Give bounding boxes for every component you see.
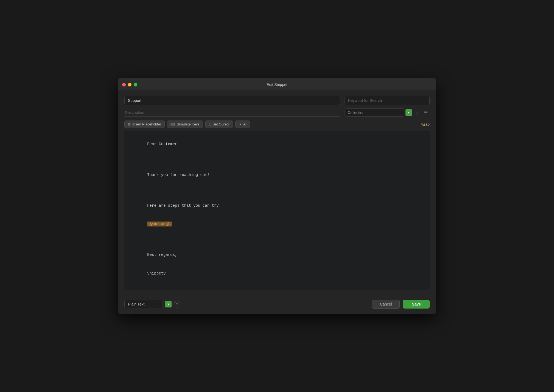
collection-dropdown-button[interactable]: ▾ (405, 109, 412, 116)
insert-placeholder-label: Insert Placeholder (132, 122, 161, 126)
cursor-icon: ⌶ (209, 122, 211, 126)
close-button[interactable] (122, 83, 126, 86)
simulate-keys-label: Simulate Keys (177, 122, 200, 126)
cursor-tag: {@cursor@} (147, 222, 172, 226)
help-button[interactable]: ? (174, 301, 180, 307)
list-icon-button[interactable]: ☰ (422, 109, 430, 116)
title-bar: Edit Snippet (118, 78, 436, 90)
set-cursor-button[interactable]: ⌶ Set Cursor (205, 121, 233, 128)
editor-line-8: Snippety (147, 271, 166, 276)
editor-line-1: Dear Customer, (147, 142, 180, 146)
toolbar: ⊡ Insert Placeholder ⌨ Simulate Keys ⌶ S… (124, 121, 430, 128)
traffic-lights (122, 83, 137, 86)
list-icon: ☰ (424, 110, 428, 115)
ai-icon: ✦ (239, 122, 242, 126)
save-label: Save (412, 302, 421, 306)
name-input[interactable] (124, 96, 340, 105)
editor-area[interactable]: Dear Customer, Thank you for reaching ou… (124, 131, 430, 290)
placeholder-icon: ⊡ (128, 122, 131, 126)
editor-line-3: Thank you for reaching out! (147, 173, 209, 177)
top-row (124, 96, 430, 105)
keyword-input[interactable] (345, 96, 430, 105)
second-row: ▾ ◇ ☰ (124, 108, 430, 117)
description-input[interactable] (124, 109, 340, 117)
collection-input[interactable] (345, 108, 404, 117)
cancel-button[interactable]: Cancel (372, 300, 400, 309)
set-cursor-label: Set Cursor (212, 122, 230, 126)
editor-content: Dear Customer, Thank you for reaching ou… (129, 135, 425, 282)
format-select[interactable]: Plain Text Rich Text Markdown (124, 300, 163, 308)
editor-line-7: Best regards, (147, 253, 177, 257)
collection-field-wrapper: ▾ ◇ ☰ (345, 108, 430, 117)
insert-placeholder-button[interactable]: ⊡ Insert Placeholder (124, 121, 165, 128)
tag-icon-button[interactable]: ◇ (413, 109, 421, 116)
wrap-button[interactable]: wrap (421, 122, 430, 127)
maximize-button[interactable] (134, 83, 137, 86)
format-dropdown-button[interactable]: ▾ (165, 301, 172, 307)
plain-text-row: Plain Text Rich Text Markdown ▾ ? (124, 300, 180, 308)
keyboard-icon: ⌨ (170, 122, 175, 126)
minimize-button[interactable] (128, 83, 131, 86)
cancel-label: Cancel (380, 302, 392, 306)
editor-line-5: Here are steps that you can try: (147, 203, 221, 208)
chevron-down-icon: ▾ (408, 111, 410, 114)
window-title: Edit Snippet (267, 82, 287, 87)
ai-label: AI (243, 122, 247, 126)
tag-icon: ◇ (415, 110, 419, 115)
bottom-bar: Plain Text Rich Text Markdown ▾ ? Cancel… (118, 295, 436, 314)
bottom-buttons: Cancel Save (372, 300, 430, 309)
wrap-label: wrap (421, 122, 430, 127)
save-button[interactable]: Save (403, 300, 430, 309)
ai-button[interactable]: ✦ AI (235, 121, 250, 128)
chevron-down-icon-2: ▾ (167, 302, 169, 306)
edit-snippet-window: Edit Snippet ▾ ◇ ☰ (118, 78, 436, 314)
simulate-keys-button[interactable]: ⌨ Simulate Keys (167, 121, 203, 128)
help-icon: ? (176, 302, 178, 306)
window-content: ▾ ◇ ☰ ⊡ Insert Placeholder ⌨ Simulate Ke… (118, 90, 436, 295)
